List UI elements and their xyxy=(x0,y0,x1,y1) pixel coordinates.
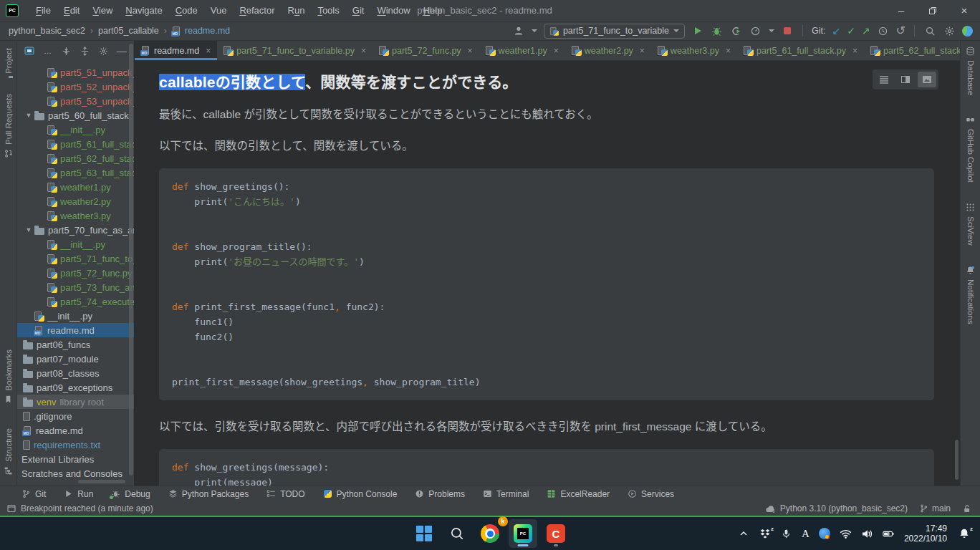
tool-strip-database[interactable]: Database xyxy=(966,47,975,95)
tree-item[interactable]: requirements.txt xyxy=(17,438,134,452)
tree-item[interactable]: part5_61_full_stack.p xyxy=(17,137,134,151)
menu-tools[interactable]: Tools xyxy=(312,3,345,18)
search-everywhere-icon[interactable] xyxy=(923,24,936,37)
tree-expand-chevron[interactable]: ▼ xyxy=(25,112,32,119)
toolwindow-python-console[interactable]: Python Console xyxy=(323,489,398,499)
notification-bell-dnd-icon[interactable]: z xyxy=(958,528,970,540)
collapse-all-icon[interactable] xyxy=(80,46,90,57)
menu-file[interactable]: File xyxy=(30,3,57,18)
menu-refactor[interactable]: Refactor xyxy=(234,3,280,18)
editor-tab[interactable]: part5_71_func_to_variable.py× xyxy=(217,41,373,60)
tool-strip-github-copilot[interactable]: GitHub Copilot xyxy=(966,115,975,183)
show-editor-and-preview-icon[interactable] xyxy=(896,72,915,87)
toolwindow-excelreader[interactable]: ExcelReader xyxy=(547,489,610,499)
rollback-icon[interactable]: ↺ xyxy=(896,25,905,37)
toolwindow-run[interactable]: Run xyxy=(64,489,93,499)
menu-edit[interactable]: Edit xyxy=(58,3,85,18)
dropbox-paused-icon[interactable]: z xyxy=(759,528,771,540)
run-with-coverage-button[interactable] xyxy=(730,24,743,37)
show-editor-only-icon[interactable] xyxy=(875,72,893,87)
tree-item[interactable]: part5_73_func_and_ xyxy=(17,280,134,294)
tree-item[interactable]: __init__.py xyxy=(17,237,134,251)
tree-item[interactable]: part5_71_func_to_va xyxy=(17,251,134,266)
tab-close-icon[interactable]: × xyxy=(640,46,645,56)
interpreter-widget[interactable]: Python 3.10 (python_basic_sec2) xyxy=(765,503,908,513)
menu-window[interactable]: Window xyxy=(371,3,415,18)
breadcrumb-item[interactable]: python_basic_sec2 xyxy=(9,26,85,36)
editor-tab[interactable]: MDreadme.md× xyxy=(135,41,217,60)
breadcrumb-item[interactable]: MDreadme.md xyxy=(172,26,230,36)
tool-strip-sciview[interactable]: SciView xyxy=(966,203,975,246)
editor-tab[interactable]: part5_61_full_stack.py× xyxy=(737,41,864,60)
battery-charging-icon[interactable] xyxy=(883,528,895,540)
taskbar-clock[interactable]: 17:49 2022/10/10 xyxy=(904,524,947,544)
tree-item[interactable]: ▼part5_60_full_stack xyxy=(17,108,134,122)
editor-tab[interactable]: part5_62_full_stack_un xyxy=(864,41,960,60)
close-button[interactable]: × xyxy=(948,0,980,21)
editor-tab[interactable]: weather1.py× xyxy=(479,41,565,60)
history-icon[interactable] xyxy=(877,24,890,37)
more-options-icon[interactable]: … xyxy=(43,46,54,57)
tree-item[interactable]: MDreadme.md xyxy=(17,323,134,337)
tree-item[interactable]: part09_exceptions xyxy=(17,380,134,395)
editor-tab[interactable]: weather3.py× xyxy=(651,41,737,60)
tree-expand-chevron[interactable]: ▼ xyxy=(25,226,32,233)
toolwindow-debug[interactable]: Debug xyxy=(111,489,150,499)
git-commit-icon[interactable]: ✓ xyxy=(847,26,855,36)
editor-vertical-scrollbar[interactable] xyxy=(955,440,959,480)
toolwindow-python-packages[interactable]: Python Packages xyxy=(168,489,249,499)
tree-item[interactable]: Scratches and Consoles xyxy=(17,466,134,481)
user-dropdown-caret[interactable] xyxy=(532,29,537,32)
profiler-button[interactable] xyxy=(749,24,762,37)
tree-item[interactable]: part08_classes xyxy=(17,366,134,380)
tool-strip-bookmarks[interactable]: Bookmarks xyxy=(4,349,13,405)
tab-close-icon[interactable]: × xyxy=(852,46,858,56)
toolwindow-git[interactable]: Git xyxy=(21,489,46,499)
tray-overflow-chevron-icon[interactable] xyxy=(737,528,749,540)
chrome-taskbar-button[interactable]: k xyxy=(476,519,504,548)
code-with-me-icon[interactable] xyxy=(962,26,973,37)
tab-close-icon[interactable]: × xyxy=(726,46,731,56)
tool-strip-project[interactable]: Project xyxy=(4,48,13,78)
git-branch-widget[interactable]: main xyxy=(919,503,951,513)
tree-item[interactable]: __init__.py xyxy=(17,309,134,323)
ime-mode-indicator[interactable]: A xyxy=(802,528,810,540)
event-log-icon[interactable] xyxy=(7,504,16,513)
tool-strip-structure[interactable]: Structure xyxy=(4,428,13,476)
tree-item[interactable]: weather3.py xyxy=(17,208,134,223)
maximize-button[interactable] xyxy=(917,0,948,21)
debug-button[interactable] xyxy=(711,24,724,37)
microphone-icon[interactable] xyxy=(780,528,792,540)
git-push-icon[interactable]: ↗ xyxy=(862,26,870,36)
status-message[interactable]: Breakpoint reached (a minute ago) xyxy=(21,503,153,513)
tree-item[interactable]: part5_74_execute_fu xyxy=(17,294,134,309)
taskbar-search-button[interactable] xyxy=(443,519,471,548)
lock-icon[interactable] xyxy=(962,503,971,513)
show-preview-only-icon[interactable] xyxy=(918,72,936,87)
tree-item[interactable]: venvlibrary root xyxy=(17,395,134,409)
tree-item[interactable]: part5_72_func.py xyxy=(17,266,134,280)
volume-icon[interactable] xyxy=(861,528,873,540)
camtasia-taskbar-button[interactable]: C xyxy=(542,519,570,548)
project-tree-vertical-scrollbar[interactable] xyxy=(129,44,133,476)
tree-item[interactable]: External Libraries xyxy=(17,452,134,466)
run-button[interactable] xyxy=(691,24,704,37)
tree-item[interactable]: part5_52_unpack_an xyxy=(17,79,134,94)
menu-run[interactable]: Run xyxy=(282,3,311,18)
editor-tab[interactable]: weather2.py× xyxy=(565,41,651,60)
tab-close-icon[interactable]: × xyxy=(206,46,211,56)
toolwindow-terminal[interactable]: Terminal xyxy=(483,489,529,499)
menu-view[interactable]: View xyxy=(87,3,118,18)
git-update-icon[interactable]: ↙ xyxy=(832,26,840,36)
menu-code[interactable]: Code xyxy=(170,3,203,18)
user-account-icon[interactable] xyxy=(512,24,525,37)
tree-item[interactable]: part5_62_full_stack_ xyxy=(17,151,134,165)
panel-settings-gear-icon[interactable] xyxy=(98,46,109,57)
tree-item[interactable]: .gitignore xyxy=(17,409,134,423)
tree-item[interactable]: part5_51_unpack_an xyxy=(17,65,134,79)
stop-button[interactable] xyxy=(781,24,794,37)
run-configuration-select[interactable]: part5_71_func_to_variable xyxy=(544,24,685,39)
hide-panel-icon[interactable]: — xyxy=(116,46,127,57)
tree-item[interactable]: weather1.py xyxy=(17,180,134,194)
minimize-button[interactable]: – xyxy=(885,0,917,21)
